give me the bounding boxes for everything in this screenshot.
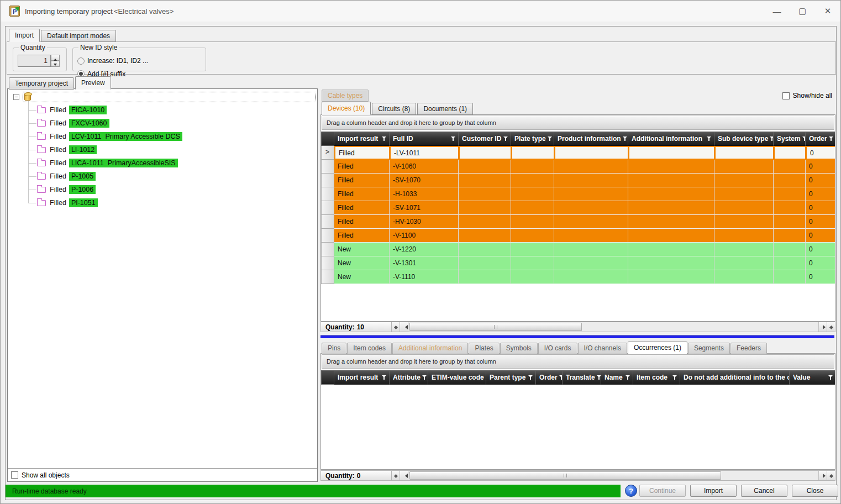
table-row[interactable]: Filled-HV-10300 [321, 215, 835, 229]
cell-full-id[interactable]: -H-1033 [390, 187, 459, 201]
cell-additional-information[interactable] [628, 160, 714, 174]
occurrences-hscrollbar[interactable] [408, 471, 818, 480]
column-header-do-not-add-additional-info-to-the-object[interactable]: Do not add additional info to the object [680, 370, 790, 385]
scroll-right-arrow-icon[interactable] [818, 471, 827, 480]
scroll-pin-right-icon[interactable] [827, 471, 835, 480]
table-row[interactable]: Filled-SV-10710 [321, 201, 835, 215]
scroll-thumb[interactable] [409, 323, 582, 331]
tree-item[interactable]: FilledFICA-1010 [8, 103, 317, 117]
cell-full-id[interactable]: -LV-1011 [390, 146, 459, 160]
cell-full-id[interactable]: -SV-1070 [390, 174, 459, 187]
filter-icon[interactable] [626, 375, 630, 380]
cell-plate-type[interactable] [511, 229, 554, 243]
row-header-cell[interactable] [321, 270, 334, 284]
radio-increase-id1-id2[interactable]: Increase: ID1, ID2 ... [77, 57, 148, 65]
cell-additional-information[interactable] [628, 187, 714, 201]
cell-customer-id[interactable] [459, 256, 511, 270]
cell-system[interactable] [774, 229, 806, 243]
tab-i-o-cards[interactable]: I/O cards [538, 343, 577, 354]
cell-additional-information[interactable] [628, 270, 714, 284]
cell-customer-id[interactable] [459, 160, 511, 174]
splitter-bar[interactable] [320, 335, 834, 338]
scroll-left-arrow-icon[interactable] [400, 471, 408, 480]
cell-additional-information[interactable] [628, 256, 714, 270]
cell-customer-id[interactable] [459, 229, 511, 243]
column-header-customer-id[interactable]: Customer ID [459, 132, 511, 146]
scroll-left-arrow-icon[interactable] [400, 322, 408, 332]
group-by-drop-zone[interactable]: Drag a column header and drop it here to… [322, 116, 834, 130]
tree-item[interactable]: FilledLI-1012 [8, 143, 317, 156]
tab-item-codes[interactable]: Item codes [347, 343, 392, 354]
cell-sub-device-type[interactable] [714, 201, 774, 215]
tab-devices-10[interactable]: Devices (10) [322, 102, 371, 115]
cell-import-result[interactable]: Filled [334, 201, 390, 215]
tab-segments[interactable]: Segments [688, 343, 730, 354]
cell-customer-id[interactable] [459, 215, 511, 229]
tree-item[interactable]: FilledLICA-1011 PrimaryAccessibleSIS [8, 156, 317, 170]
tree-root-item[interactable] [8, 91, 317, 102]
cell-sub-device-type[interactable] [714, 160, 774, 174]
cell-system[interactable] [774, 146, 806, 160]
cell-order[interactable]: 0 [806, 187, 835, 201]
cell-additional-information[interactable] [628, 201, 714, 215]
cell-customer-id[interactable] [459, 201, 511, 215]
table-row[interactable]: New-V-12200 [321, 243, 835, 256]
table-row[interactable]: Filled-V-11000 [321, 229, 835, 243]
column-header-full-id[interactable]: Full ID [390, 132, 459, 146]
row-header-cell[interactable] [321, 256, 334, 270]
row-header-cell[interactable] [321, 160, 334, 174]
cell-system[interactable] [774, 201, 806, 215]
column-header-import-result[interactable]: Import result [334, 132, 390, 146]
column-header-translate[interactable]: Translate [563, 370, 601, 385]
cell-system[interactable] [774, 160, 806, 174]
maximize-button[interactable]: ▢ [790, 1, 815, 22]
cell-plate-type[interactable] [511, 187, 554, 201]
cell-order[interactable]: 0 [806, 201, 835, 215]
cell-system[interactable] [774, 256, 806, 270]
column-header-etim-value-code[interactable]: ETIM-value code [428, 370, 486, 385]
filter-icon[interactable] [422, 375, 427, 380]
column-header-sub-device-type[interactable]: Sub device type [714, 132, 774, 146]
quantity-value[interactable]: 1 [18, 55, 51, 67]
table-row[interactable]: Filled-SV-10700 [321, 174, 835, 187]
cell-product-information[interactable] [554, 256, 628, 270]
tab-i-o-channels[interactable]: I/O channels [578, 343, 627, 354]
close-button[interactable]: Close [792, 485, 838, 497]
cell-plate-type[interactable] [511, 243, 554, 256]
filter-icon[interactable] [548, 136, 553, 141]
cell-customer-id[interactable] [459, 270, 511, 284]
continue-button[interactable]: Continue [639, 485, 686, 497]
cell-sub-device-type[interactable] [714, 215, 774, 229]
cell-sub-device-type[interactable] [714, 174, 774, 187]
cell-system[interactable] [774, 243, 806, 256]
spinner-up-button[interactable] [51, 55, 60, 61]
filter-icon[interactable] [623, 136, 628, 141]
cell-order[interactable]: 0 [806, 243, 835, 256]
filter-icon[interactable] [382, 136, 387, 141]
cell-customer-id[interactable] [459, 243, 511, 256]
cell-plate-type[interactable] [511, 215, 554, 229]
tab-symbols[interactable]: Symbols [500, 343, 538, 354]
filter-icon[interactable] [707, 136, 712, 141]
cell-plate-type[interactable] [511, 201, 554, 215]
row-header-cell[interactable] [321, 174, 334, 187]
filter-icon[interactable] [770, 136, 774, 141]
cell-system[interactable] [774, 174, 806, 187]
tab-default-import-modes[interactable]: Default import modes [41, 30, 116, 42]
filter-icon[interactable] [828, 375, 833, 380]
tree-item[interactable]: FilledP-1006 [8, 183, 317, 196]
tree-item[interactable]: FilledP-1005 [8, 170, 317, 183]
tab-occurrences-1[interactable]: Occurrences (1) [628, 342, 687, 354]
cell-sub-device-type[interactable] [714, 270, 774, 284]
filter-icon[interactable] [672, 375, 677, 380]
cell-full-id[interactable]: -V-1220 [390, 243, 459, 256]
column-header-parent-type[interactable]: Parent type [486, 370, 536, 385]
row-header-cell[interactable] [321, 243, 334, 256]
cell-additional-information[interactable] [628, 215, 714, 229]
cell-order[interactable]: 0 [806, 256, 835, 270]
column-header-plate-type[interactable]: Plate type [511, 132, 554, 146]
cell-product-information[interactable] [554, 187, 628, 201]
filter-icon[interactable] [451, 136, 456, 141]
cell-system[interactable] [774, 187, 806, 201]
cell-import-result[interactable]: Filled [334, 187, 390, 201]
